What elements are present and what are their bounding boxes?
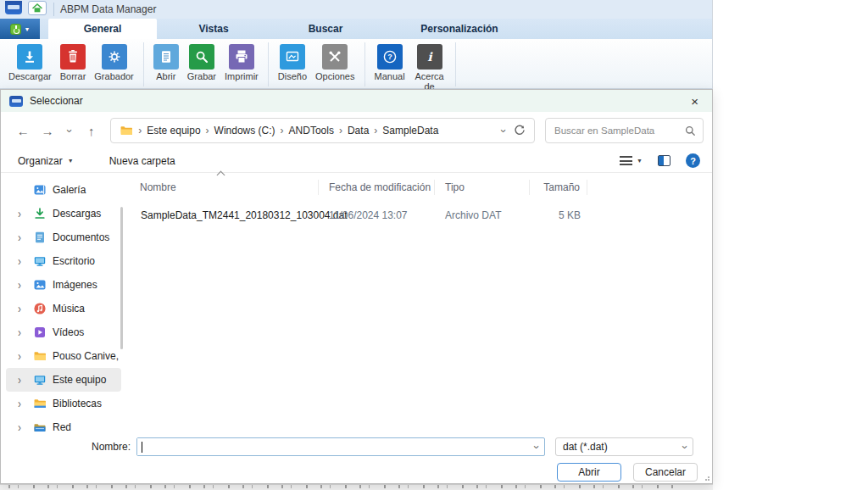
tab-personalizacion[interactable]: Personalización: [381, 19, 538, 39]
help-icon[interactable]: ?: [686, 153, 700, 168]
borrar-button[interactable]: Borrar: [56, 42, 91, 83]
chevron-down-icon: ▼: [25, 26, 31, 32]
diseno-button[interactable]: Diseño: [274, 42, 311, 83]
open-button[interactable]: Abrir: [557, 463, 621, 482]
acerca-de-button[interactable]: i Acerca de: [409, 42, 450, 92]
manual-button[interactable]: ? Manual: [370, 42, 409, 92]
imprimir-button[interactable]: Imprimir: [220, 42, 263, 83]
sidebar-item-pouso-canive[interactable]: › Pouso Canive,: [6, 344, 121, 368]
chevron-right-icon[interactable]: ›: [18, 326, 31, 340]
dialog-footer: Nombre: › dat (*.dat) › Abrir Cancelar: [1, 433, 712, 483]
sidebar-item-este-equipo[interactable]: › Este equipo: [6, 368, 121, 392]
descargar-button[interactable]: Descargar: [4, 42, 56, 83]
chevron-right-icon[interactable]: ›: [18, 254, 31, 269]
address-bar[interactable]: › Este equipo › Windows (C:) › ANDTools …: [110, 118, 535, 143]
chevron-down-icon: ▼: [637, 158, 643, 164]
magnifier-icon: [189, 44, 214, 70]
download-icon: [17, 44, 42, 70]
chevron-right-icon[interactable]: ›: [18, 278, 31, 292]
window-title: ABPM Data Manager: [60, 3, 156, 15]
ribbon-tab-row: ▼ General Vistas Buscar Personalización: [0, 19, 712, 39]
view-mode-button[interactable]: ▼: [620, 156, 643, 165]
sidebar-item-documentos[interactable]: › Documentos: [6, 226, 121, 249]
breadcrumb-windows-c[interactable]: Windows (C:): [211, 125, 279, 136]
resize-grip[interactable]: [704, 475, 709, 481]
file-row[interactable]: SampleData_TM2441_20180312_103004.dat 11…: [130, 206, 712, 225]
breadcrumb-sampledata[interactable]: SampleData: [379, 125, 442, 136]
chevron-right-icon[interactable]: ›: [18, 207, 31, 221]
navigation-sidebar: Galería › Descargas › Do: [1, 173, 130, 433]
chevron-down-icon: ›: [677, 441, 693, 454]
recorder-gear-icon: [102, 44, 127, 70]
column-header-nombre[interactable]: Nombre: [130, 180, 319, 195]
dialog-app-icon: [9, 96, 23, 107]
abrir-button[interactable]: Abrir: [149, 42, 183, 83]
file-name: SampleData_TM2441_20180312_103004.dat: [141, 209, 348, 221]
folder-icon: [120, 124, 133, 137]
search-icon: [685, 125, 696, 136]
column-header-tamano[interactable]: Tamaño: [530, 180, 587, 195]
chevron-down-icon: ▼: [68, 158, 74, 164]
recent-locations-button[interactable]: ›: [59, 125, 79, 137]
home-button[interactable]: [28, 1, 47, 15]
column-header-tipo[interactable]: Tipo: [435, 180, 530, 195]
app-menu-button[interactable]: ▼: [0, 19, 40, 39]
design-icon: [280, 44, 305, 70]
grabar-button[interactable]: Grabar: [183, 42, 220, 83]
ribbon-divider: [268, 42, 269, 86]
breadcrumb-separator: ›: [136, 125, 143, 136]
back-button[interactable]: ←: [11, 124, 36, 138]
cancel-button[interactable]: Cancelar: [633, 463, 698, 482]
organize-button[interactable]: Organizar ▼: [18, 155, 74, 167]
document-icon: [33, 231, 47, 244]
dialog-title: Seleccionar: [30, 95, 686, 107]
filename-field[interactable]: ›: [136, 437, 545, 456]
breadcrumb-data[interactable]: Data: [344, 125, 372, 136]
ribbon-group-file: Abrir Grabar Imprimir: [147, 41, 265, 84]
column-header-fecha[interactable]: Fecha de modificación: [319, 180, 435, 195]
breadcrumb-este-equipo[interactable]: Este equipo: [143, 125, 203, 136]
up-button[interactable]: ↑: [79, 124, 103, 138]
forward-button[interactable]: →: [36, 124, 60, 138]
trash-icon: [60, 44, 86, 70]
sidebar-item-descargas[interactable]: › Descargas: [6, 202, 121, 226]
search-input[interactable]: [554, 125, 685, 136]
opciones-button[interactable]: Opciones: [311, 42, 359, 83]
chevron-right-icon[interactable]: ›: [18, 420, 31, 435]
sidebar-item-imagenes[interactable]: › Imágenes: [6, 273, 121, 297]
breadcrumb-andtools[interactable]: ANDTools: [286, 125, 337, 136]
filename-input[interactable]: [137, 438, 529, 455]
sidebar-item-escritorio[interactable]: › Escritorio: [6, 249, 121, 273]
chevron-right-icon[interactable]: ›: [18, 349, 31, 364]
new-folder-button[interactable]: Nueva carpeta: [109, 155, 175, 167]
ribbon: Descargar Borrar Grabador: [0, 39, 712, 89]
chevron-down-icon: ›: [497, 129, 509, 132]
grabador-button[interactable]: Grabador: [90, 42, 137, 83]
ribbon-divider: [364, 42, 365, 86]
sidebar-item-bibliotecas[interactable]: › Bibliotecas: [6, 392, 121, 415]
chevron-right-icon[interactable]: ›: [18, 397, 31, 411]
folder-icon: [33, 349, 47, 363]
tab-vistas[interactable]: Vistas: [157, 19, 270, 39]
filename-dropdown-button[interactable]: ›: [529, 439, 544, 454]
filetype-select[interactable]: dat (*.dat) ›: [555, 437, 693, 456]
svg-text:?: ?: [387, 53, 392, 61]
sidebar-item-musica[interactable]: › Música: [6, 297, 121, 320]
tab-buscar[interactable]: Buscar: [270, 19, 381, 39]
sidebar-item-galeria[interactable]: Galería: [6, 178, 121, 202]
address-dropdown-button[interactable]: ›: [502, 123, 505, 138]
dialog-titlebar[interactable]: Seleccionar ×: [1, 90, 712, 112]
sidebar-item-videos[interactable]: › Vídeos: [6, 320, 121, 344]
details-pane-icon[interactable]: [658, 155, 670, 166]
dialog-toolbar: Organizar ▼ Nueva carpeta ▼ ?: [1, 149, 712, 173]
close-icon[interactable]: ×: [686, 95, 704, 108]
chevron-right-icon[interactable]: ›: [18, 373, 31, 387]
search-box[interactable]: [545, 118, 704, 143]
tab-general[interactable]: General: [48, 19, 157, 39]
chevron-right-icon[interactable]: ›: [18, 302, 31, 316]
download-icon: [33, 207, 47, 220]
sidebar-scrollbar[interactable]: [120, 207, 123, 349]
refresh-button[interactable]: [514, 125, 526, 136]
breadcrumb-separator: ›: [279, 125, 286, 136]
chevron-right-icon[interactable]: ›: [18, 231, 31, 245]
